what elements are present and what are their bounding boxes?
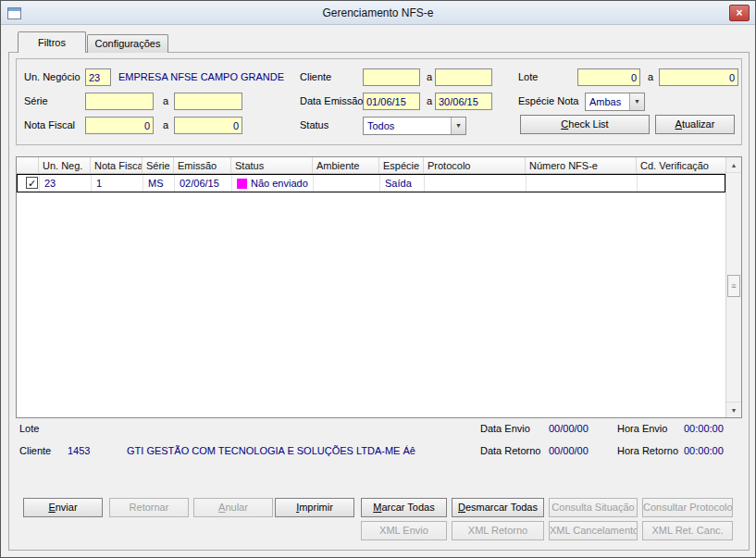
data-envio-value: 00/00/00 xyxy=(549,423,589,434)
cliente-detail-name: GTI GESTÃO COM TECNOLOGIA E SOLUÇÕES LTD… xyxy=(127,445,415,456)
range-separator: a xyxy=(648,71,653,82)
status-color-swatch xyxy=(237,179,247,189)
range-separator: a xyxy=(427,71,432,82)
column-header-un-neg: Un. Neg. xyxy=(39,157,91,173)
scroll-thumb[interactable]: ≡ xyxy=(727,275,740,297)
especie-nota-select[interactable]: Ambas ▼ xyxy=(585,93,645,111)
cell-protocolo xyxy=(425,175,527,192)
hora-envio-value: 00:00:00 xyxy=(684,423,724,434)
chevron-down-icon: ▼ xyxy=(629,93,644,110)
status-text: Não enviado xyxy=(251,178,308,189)
un-negocio-description: EMPRESA NFSE CAMPO GRANDE xyxy=(118,71,284,82)
close-button[interactable]: × xyxy=(729,5,750,21)
lote-label: Lote xyxy=(518,71,538,82)
data-retorno-label: Data Retorno xyxy=(480,445,540,456)
xml-cancelamento-button: XML Cancelamento xyxy=(549,521,638,540)
xml-envio-button: XML Envio xyxy=(361,521,447,540)
nota-fiscal-to-input[interactable] xyxy=(174,117,242,134)
range-separator: a xyxy=(427,95,432,106)
column-header-protocolo: Protocolo xyxy=(424,157,526,173)
column-header-status: Status xyxy=(231,157,313,173)
serie-from-input[interactable] xyxy=(85,93,154,110)
column-header-cd-verificacao: Cd. Verificação xyxy=(637,157,725,173)
nota-fiscal-label: Nota Fiscal xyxy=(24,119,75,130)
cell-cd-verificacao xyxy=(638,175,725,192)
window-title: Gerenciamento NFS-e xyxy=(1,6,755,19)
lote-detail-label: Lote xyxy=(19,423,39,434)
data-emissao-from-input[interactable] xyxy=(363,93,420,110)
row-checkbox[interactable]: ✓ xyxy=(26,177,38,189)
column-header-ambiente: Ambiente xyxy=(313,157,379,173)
retornar-button: Retornar xyxy=(109,498,189,517)
xml-retorno-button: XML Retorno xyxy=(452,521,544,540)
status-select[interactable]: Todos ▼ xyxy=(363,117,466,135)
cell-nota-fiscal: 1 xyxy=(92,175,143,192)
imprimir-button[interactable]: Imprimir xyxy=(275,498,354,517)
status-label: Status xyxy=(300,119,328,130)
cell-especie: Saída xyxy=(380,175,425,192)
cell-serie: MS xyxy=(143,175,175,192)
lote-from-input[interactable] xyxy=(577,68,640,86)
cell-emissao: 02/06/15 xyxy=(175,175,232,192)
data-emissao-to-input[interactable] xyxy=(435,93,492,110)
enviar-button[interactable]: Enviar xyxy=(23,498,103,517)
cliente-from-input[interactable] xyxy=(363,68,420,86)
serie-to-input[interactable] xyxy=(174,93,242,110)
column-header-nota-fiscal: Nota Fiscal xyxy=(91,157,143,173)
chevron-down-icon: ▼ xyxy=(451,118,465,134)
serie-label: Série xyxy=(24,95,48,106)
lote-to-input[interactable] xyxy=(659,68,738,86)
column-header-serie: Série xyxy=(143,157,174,173)
marcar-todas-button[interactable]: Marcar Todas xyxy=(361,498,447,517)
data-emissao-label: Data Emissão xyxy=(300,95,363,106)
hora-retorno-value: 00:00:00 xyxy=(684,445,724,456)
column-header-select xyxy=(17,157,39,173)
scroll-up-icon: ▲ xyxy=(731,162,737,168)
data-envio-label: Data Envio xyxy=(480,423,530,434)
app-window: Gerenciamento NFS-e × Filtros Configuraç… xyxy=(0,0,756,558)
xml-ret-canc-button: XML Ret. Canc. xyxy=(642,521,733,540)
atualizar-button[interactable]: Atualizar xyxy=(655,115,735,134)
column-header-numero-nfse: Número NFS-e xyxy=(526,157,637,173)
column-header-emissao: Emissão xyxy=(174,157,231,173)
tab-filtros[interactable]: Filtros xyxy=(18,31,86,53)
cell-un-neg: 23 xyxy=(40,175,92,192)
especie-nota-label: Espécie Nota xyxy=(518,95,578,106)
consulta-situacao-button: Consulta Situação xyxy=(549,498,638,517)
cliente-label: Cliente xyxy=(300,71,331,82)
cliente-to-input[interactable] xyxy=(435,68,492,86)
table-row[interactable]: ✓ 23 1 MS 02/06/15 Não enviado Saída xyxy=(17,174,725,192)
cliente-detail-label: Cliente xyxy=(19,445,51,456)
range-separator: a xyxy=(163,95,168,106)
especie-nota-value: Ambas xyxy=(589,96,621,107)
grid-header: Un. Neg. Nota Fiscal Série Emissão Statu… xyxy=(17,157,725,174)
scroll-down-button[interactable]: ▼ xyxy=(726,402,741,417)
check-list-button[interactable]: Check List xyxy=(520,115,650,134)
status-value: Todos xyxy=(367,120,394,131)
data-retorno-value: 00/00/00 xyxy=(549,445,589,456)
close-icon: × xyxy=(736,6,742,19)
nota-fiscal-from-input[interactable] xyxy=(85,117,154,134)
consultar-protocolo-button: Consultar Protocolo xyxy=(642,498,733,517)
titlebar[interactable]: Gerenciamento NFS-e × xyxy=(1,1,755,25)
scroll-down-icon: ▼ xyxy=(731,407,737,414)
grip-icon: ≡ xyxy=(731,281,736,291)
tab-configuracoes[interactable]: Configurações xyxy=(87,34,168,53)
filters-panel: Un. Negócio EMPRESA NFSE CAMPO GRANDE Cl… xyxy=(16,58,742,145)
hora-envio-label: Hora Envio xyxy=(617,423,667,434)
un-negocio-label: Un. Negócio xyxy=(24,71,81,82)
column-header-especie: Espécie xyxy=(379,157,424,173)
hora-retorno-label: Hora Retorno xyxy=(617,445,678,456)
anular-button: Anular xyxy=(193,498,273,517)
cell-status: Não enviado xyxy=(232,175,314,192)
cliente-detail-code: 1453 xyxy=(68,445,90,456)
cell-numero-nfse xyxy=(527,175,638,192)
vertical-scrollbar[interactable]: ▲ ≡ ▼ xyxy=(725,157,741,417)
desmarcar-todas-button[interactable]: Desmarcar Todas xyxy=(452,498,544,517)
scroll-up-button[interactable]: ▲ xyxy=(726,157,741,173)
cell-ambiente xyxy=(314,175,380,192)
un-negocio-input[interactable] xyxy=(85,68,111,86)
range-separator: a xyxy=(163,119,168,130)
nfse-grid[interactable]: Un. Neg. Nota Fiscal Série Emissão Statu… xyxy=(16,156,742,418)
